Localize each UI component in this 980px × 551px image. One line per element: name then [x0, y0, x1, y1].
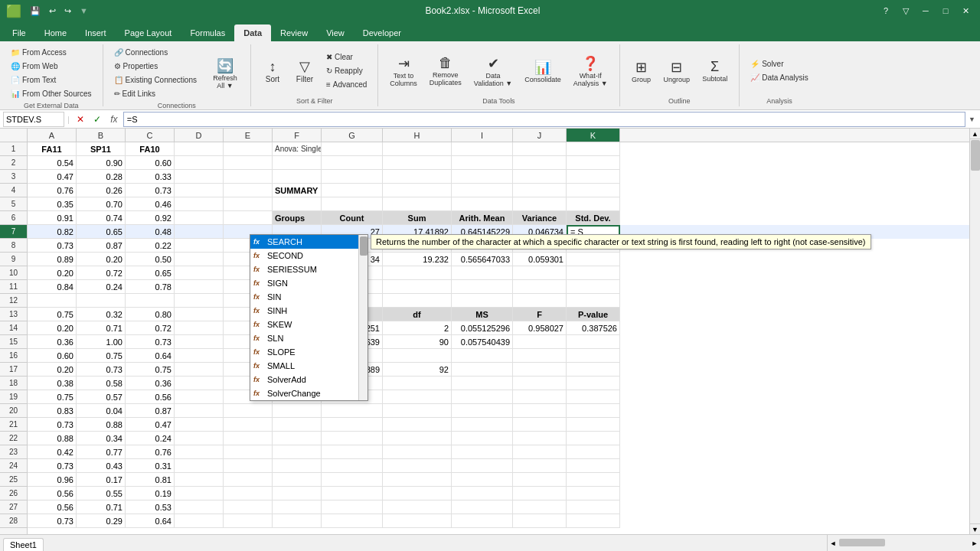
row-9[interactable]: 9 — [0, 253, 27, 266]
row-2[interactable]: 2 — [0, 156, 27, 170]
row-26[interactable]: 26 — [0, 487, 27, 500]
clear-button[interactable]: ✖ Clear — [322, 51, 371, 64]
cell-G23[interactable] — [322, 445, 383, 459]
cell-H18[interactable] — [383, 377, 452, 390]
row-3[interactable]: 3 — [0, 170, 27, 184]
cell-F5[interactable] — [273, 197, 322, 211]
tab-insert[interactable]: Insert — [76, 24, 116, 41]
autocomplete-item-small[interactable]: fx SMALL — [250, 359, 368, 373]
autocomplete-item-sin[interactable]: fx SIN — [250, 290, 368, 304]
cell-J9[interactable]: 0.059301 — [513, 253, 567, 266]
row-16[interactable]: 16 — [0, 349, 27, 363]
cell-H15[interactable]: 90 — [383, 335, 452, 349]
cancel-formula-button[interactable]: ✕ — [73, 112, 88, 127]
cell-I21[interactable] — [452, 418, 513, 432]
cell-A8[interactable]: 0.73 — [28, 239, 77, 253]
cell-H1[interactable] — [383, 142, 452, 156]
cell-A20[interactable]: 0.83 — [28, 404, 77, 418]
cell-K14[interactable]: 0.387526 — [567, 321, 620, 335]
cell-K12[interactable] — [567, 294, 620, 308]
solver-button[interactable]: ⚡ Solver — [746, 57, 813, 70]
cell-K27[interactable] — [567, 500, 620, 514]
cell-B21[interactable]: 0.88 — [77, 418, 126, 432]
cell-C9[interactable]: 0.50 — [126, 253, 175, 266]
cell-H14[interactable]: 2 — [383, 321, 452, 335]
cell-G28[interactable] — [322, 514, 383, 528]
cell-D1[interactable] — [175, 142, 224, 156]
cell-A23[interactable]: 0.42 — [28, 445, 77, 459]
cell-B5[interactable]: 0.70 — [77, 197, 126, 211]
cell-F26[interactable] — [273, 487, 322, 500]
cell-B12[interactable] — [77, 294, 126, 308]
cell-B28[interactable]: 0.29 — [77, 514, 126, 528]
cell-G4[interactable] — [322, 184, 383, 197]
cell-B27[interactable]: 0.71 — [77, 500, 126, 514]
cell-B19[interactable]: 0.57 — [77, 390, 126, 404]
cell-K23[interactable] — [567, 445, 620, 459]
col-header-C[interactable]: C — [126, 129, 175, 142]
tab-home[interactable]: Home — [35, 24, 76, 41]
cell-D16[interactable] — [175, 349, 224, 363]
tab-page-layout[interactable]: Page Layout — [116, 24, 181, 41]
cell-A12[interactable] — [28, 294, 77, 308]
tab-view[interactable]: View — [317, 24, 354, 41]
cell-B1[interactable]: SP11 — [77, 142, 126, 156]
row-25[interactable]: 25 — [0, 473, 27, 487]
cell-C1[interactable]: FA10 — [126, 142, 175, 156]
cell-A6[interactable]: 0.91 — [28, 211, 77, 225]
remove-duplicates-button[interactable]: 🗑 Remove Duplicates — [424, 52, 467, 90]
cell-J27[interactable] — [513, 500, 567, 514]
cell-I26[interactable] — [452, 487, 513, 500]
cell-J20[interactable] — [513, 404, 567, 418]
cell-J28[interactable] — [513, 514, 567, 528]
cell-G24[interactable] — [322, 459, 383, 473]
cell-B9[interactable]: 0.20 — [77, 253, 126, 266]
cell-A5[interactable]: 0.35 — [28, 197, 77, 211]
cell-J15[interactable] — [513, 335, 567, 349]
row-4[interactable]: 4 — [0, 184, 27, 197]
cell-A19[interactable]: 0.75 — [28, 390, 77, 404]
cell-D3[interactable] — [175, 170, 224, 184]
cell-H24[interactable] — [383, 459, 452, 473]
cell-J17[interactable] — [513, 363, 567, 377]
cell-F28[interactable] — [273, 514, 322, 528]
cell-C25[interactable]: 0.81 — [126, 473, 175, 487]
row-19[interactable]: 19 — [0, 390, 27, 404]
autocomplete-item-search[interactable]: fx SEARCH — [250, 235, 368, 249]
cell-B11[interactable]: 0.24 — [77, 280, 126, 294]
col-header-A[interactable]: A — [28, 129, 77, 142]
cell-C5[interactable]: 0.46 — [126, 197, 175, 211]
ribbon-options-button[interactable]: ▽ — [897, 4, 914, 18]
cell-J23[interactable] — [513, 445, 567, 459]
cell-I11[interactable] — [452, 280, 513, 294]
redo-button[interactable]: ↪ — [61, 5, 74, 18]
cell-K15[interactable] — [567, 335, 620, 349]
cell-G20[interactable] — [322, 404, 383, 418]
cell-B3[interactable]: 0.28 — [77, 170, 126, 184]
cell-C4[interactable]: 0.73 — [126, 184, 175, 197]
cell-C18[interactable]: 0.36 — [126, 377, 175, 390]
cell-B7[interactable]: 0.65 — [77, 225, 126, 239]
cell-K19[interactable] — [567, 390, 620, 404]
autocomplete-item-solveradd[interactable]: fx SolverAdd — [250, 373, 368, 386]
cell-H28[interactable] — [383, 514, 452, 528]
cell-K26[interactable] — [567, 487, 620, 500]
horizontal-scrollbar[interactable]: ◄ ► — [827, 535, 980, 551]
tab-formulas[interactable]: Formulas — [181, 24, 234, 41]
row-1[interactable]: 1 — [0, 142, 27, 156]
cell-F21[interactable] — [273, 418, 322, 432]
advanced-button[interactable]: ≡ Advanced — [322, 78, 371, 91]
cell-E28[interactable] — [224, 514, 273, 528]
cell-A7[interactable]: 0.82 — [28, 225, 77, 239]
cell-A18[interactable]: 0.38 — [28, 377, 77, 390]
cell-B15[interactable]: 1.00 — [77, 335, 126, 349]
cell-K18[interactable] — [567, 377, 620, 390]
cell-I14[interactable]: 0.055125296 — [452, 321, 513, 335]
scroll-up-button[interactable]: ▲ — [970, 129, 980, 139]
cell-K9[interactable] — [567, 253, 620, 266]
cell-D5[interactable] — [175, 197, 224, 211]
cell-J24[interactable] — [513, 459, 567, 473]
cell-E6[interactable] — [224, 211, 273, 225]
cell-E4[interactable] — [224, 184, 273, 197]
tab-file[interactable]: File — [3, 24, 35, 41]
